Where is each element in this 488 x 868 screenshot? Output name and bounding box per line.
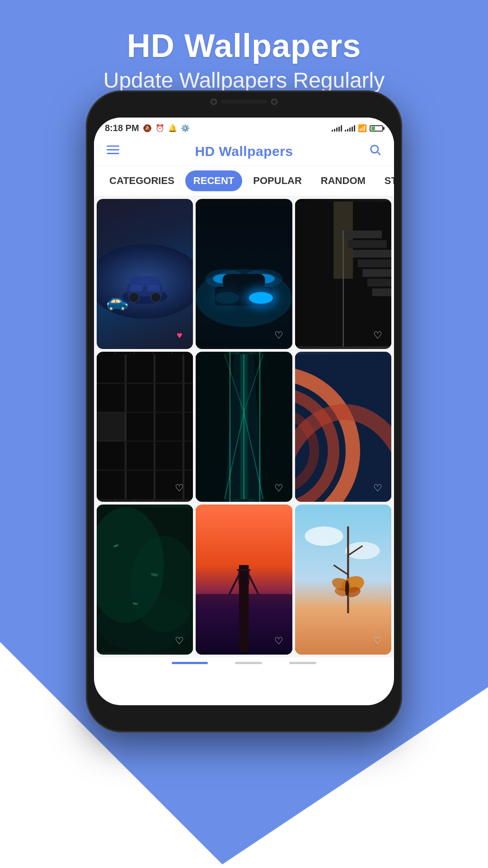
- phone-screen: 8:18 PM 🔕 ⏰ 🔔 ⚙️: [94, 118, 394, 705]
- svg-rect-23: [348, 240, 386, 248]
- wallpaper-card-6[interactable]: ♡: [295, 352, 391, 502]
- svg-rect-38: [97, 412, 126, 441]
- svg-line-4: [378, 152, 380, 155]
- wallpaper-card-4[interactable]: ♡: [97, 352, 193, 502]
- scroll-indicator-3: [289, 662, 316, 664]
- svg-point-3: [371, 146, 378, 153]
- front-camera: [211, 99, 217, 105]
- svg-rect-11: [130, 285, 142, 291]
- wallpaper-image-pier: [196, 505, 292, 655]
- like-button-9[interactable]: ♡: [370, 633, 386, 649]
- wallpaper-image-ocean: [97, 505, 193, 655]
- wallpaper-image-car: [97, 199, 193, 349]
- like-button-3[interactable]: ♡: [370, 327, 386, 344]
- wallpaper-image-corridor: [196, 352, 292, 502]
- status-right: 📶: [332, 124, 383, 132]
- svg-rect-19: [223, 274, 265, 288]
- tab-st[interactable]: ST: [376, 170, 394, 191]
- signal-bar-5: [341, 125, 342, 132]
- like-button-6[interactable]: ♡: [370, 480, 386, 496]
- signal2-bar-4: [352, 127, 353, 132]
- signal-bar-1: [332, 130, 333, 132]
- scroll-indicator-2: [235, 662, 262, 664]
- svg-point-76: [345, 580, 349, 596]
- svg-point-50: [295, 412, 314, 490]
- wallpaper-card-1[interactable]: ♥: [97, 199, 193, 349]
- app-title: HD Wallpapers: [195, 144, 293, 159]
- wifi-icon: 📶: [358, 124, 367, 132]
- svg-rect-7: [130, 276, 160, 286]
- signal-bar-3: [336, 127, 338, 132]
- alarm-icon: ⏰: [155, 124, 164, 132]
- battery-fill: [371, 127, 375, 130]
- tab-random[interactable]: RANDOM: [313, 170, 374, 191]
- svg-rect-28: [372, 288, 391, 296]
- wallpaper-grid: ♥: [94, 196, 394, 657]
- svg-marker-40: [225, 354, 263, 499]
- sensor-dot: [271, 99, 277, 105]
- svg-rect-0: [107, 146, 119, 147]
- bottom-scroll-bar: [94, 657, 394, 669]
- wallpaper-image-butterfly: [295, 505, 391, 655]
- tab-recent[interactable]: RECENT: [185, 170, 242, 191]
- wallpaper-card-2[interactable]: ♡: [196, 199, 292, 349]
- svg-rect-60: [239, 565, 249, 652]
- wallpaper-card-7[interactable]: ♡: [97, 505, 193, 655]
- like-button-2[interactable]: ♡: [271, 327, 287, 344]
- svg-rect-1: [107, 149, 119, 151]
- svg-point-9: [151, 292, 161, 302]
- wallpaper-image-stairs: [295, 199, 391, 349]
- like-button-7[interactable]: ♡: [171, 633, 188, 649]
- svg-rect-22: [343, 231, 381, 238]
- tab-bar: CATEGORIES RECENT POPULAR RANDOM ST: [94, 166, 394, 196]
- notification-icon: 🔔: [168, 124, 177, 132]
- mute-icon: 🔕: [143, 124, 152, 132]
- wallpaper-image-abstract: [295, 352, 391, 502]
- signal-bar-2: [334, 129, 335, 132]
- phone-frame: 8:18 PM 🔕 ⏰ 🔔 ⚙️: [86, 90, 402, 732]
- settings-icon: ⚙️: [181, 124, 190, 132]
- svg-rect-24: [353, 250, 391, 258]
- signal-bar-4: [338, 127, 340, 132]
- menu-icon[interactable]: [107, 143, 119, 159]
- svg-rect-18: [215, 287, 273, 306]
- like-button-4[interactable]: ♡: [171, 480, 188, 496]
- svg-rect-10: [147, 285, 160, 291]
- signal2-bar-1: [345, 130, 346, 132]
- svg-rect-2: [107, 153, 119, 154]
- svg-point-67: [305, 526, 343, 546]
- svg-rect-26: [362, 269, 391, 277]
- like-button-5[interactable]: ♡: [271, 480, 287, 496]
- signal-strength-2: [345, 125, 355, 132]
- signal2-bar-2: [347, 129, 348, 132]
- svg-rect-27: [367, 279, 391, 287]
- like-button-8[interactable]: ♡: [271, 633, 287, 649]
- status-bar: 8:18 PM 🔕 ⏰ 🔔 ⚙️: [94, 118, 394, 137]
- search-icon[interactable]: [369, 143, 381, 159]
- promo-title: HD Wallpapers: [0, 27, 488, 64]
- phone-top-sensors: [211, 99, 277, 105]
- svg-point-8: [129, 292, 139, 302]
- wallpaper-image-building: [97, 352, 193, 502]
- tab-popular[interactable]: POPULAR: [245, 170, 310, 191]
- status-time: 8:18 PM: [105, 123, 139, 133]
- tab-categories[interactable]: CATEGORIES: [101, 170, 183, 191]
- wallpaper-card-3[interactable]: ♡: [295, 199, 391, 349]
- wallpaper-card-5[interactable]: ♡: [196, 352, 292, 502]
- earpiece-speaker: [221, 100, 267, 104]
- svg-point-68: [345, 542, 380, 559]
- svg-rect-39: [196, 354, 292, 499]
- wallpaper-image-lights: [196, 199, 292, 349]
- like-button-1[interactable]: ♥: [171, 327, 188, 344]
- wallpaper-card-8[interactable]: ♡: [196, 505, 292, 655]
- signal-strength: [332, 125, 342, 132]
- wallpaper-card-9[interactable]: ♡: [295, 505, 391, 655]
- signal2-bar-3: [349, 127, 351, 132]
- app-bar: HD Wallpapers: [94, 137, 394, 166]
- battery-indicator: [370, 125, 383, 132]
- signal2-bar-5: [354, 125, 355, 132]
- promo-subtitle: Update Wallpapers Regularly: [0, 68, 488, 93]
- scroll-indicator-1: [172, 662, 208, 664]
- svg-rect-41: [240, 354, 248, 499]
- svg-rect-25: [357, 259, 391, 267]
